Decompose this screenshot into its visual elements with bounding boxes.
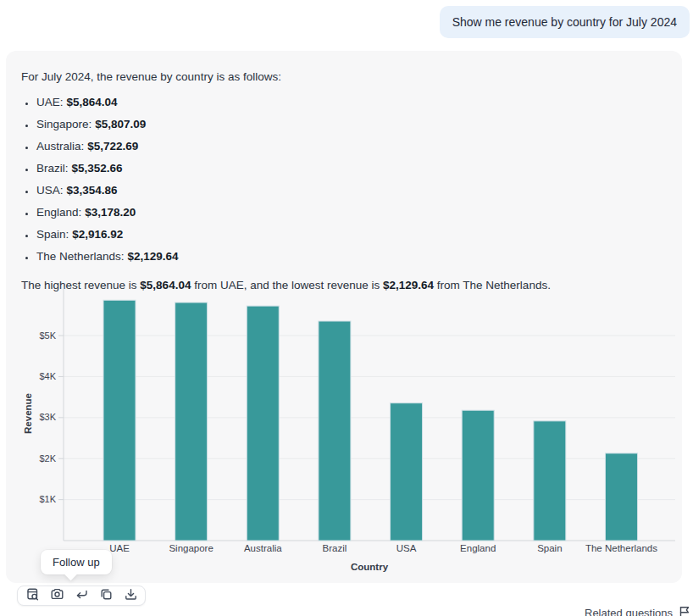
list-item: The Netherlands:$2,129.64	[36, 248, 673, 265]
x-tick-label: Brazil	[323, 543, 347, 553]
revenue-value: $5,722.69	[87, 140, 138, 153]
revenue-value: $5,864.04	[67, 96, 118, 108]
user-message-bubble: Show me revenue by country for July 2024	[440, 6, 690, 38]
list-item: Spain:$2,916.92	[36, 226, 673, 243]
country-label: Spain:	[36, 228, 69, 241]
country-label: Brazil:	[36, 162, 69, 175]
bar-USA[interactable]	[391, 403, 423, 541]
revenue-value: $2,916.92	[72, 228, 123, 241]
y-tick-label: $4K	[39, 371, 56, 381]
y-tick-label: $2K	[39, 453, 56, 463]
answer-toolbar	[17, 585, 146, 606]
revenue-bar-chart: $1K$2K$3K$4K$5KUAESingaporeAustraliaBraz…	[21, 284, 682, 579]
download-icon	[124, 587, 138, 604]
bar-The Netherlands[interactable]	[605, 453, 637, 541]
user-message-text: Show me revenue by country for July 2024	[452, 15, 677, 29]
follow-up-tooltip: Follow up	[41, 550, 112, 574]
y-tick-label: $3K	[39, 412, 56, 422]
x-tick-label: Singapore	[169, 543, 213, 553]
camera-button[interactable]	[48, 587, 65, 604]
related-questions-button[interactable]: Related questions	[585, 606, 690, 616]
country-label: USA:	[36, 184, 64, 197]
y-tick-label: $5K	[39, 330, 56, 341]
download-button[interactable]	[122, 587, 139, 604]
country-label: Australia:	[36, 140, 84, 153]
revenue-value: $2,129.64	[128, 250, 179, 263]
bar-Australia[interactable]	[247, 306, 279, 541]
country-label: England:	[36, 206, 81, 219]
revenue-value: $5,807.09	[95, 118, 146, 130]
bar-UAE[interactable]	[103, 300, 136, 541]
revenue-value: $3,178.20	[85, 206, 136, 219]
list-item: Brazil:$5,352.66	[36, 160, 673, 177]
bar-Singapore[interactable]	[175, 302, 208, 541]
y-tick-label: $1K	[39, 494, 56, 504]
x-tick-label: Spain	[537, 543, 562, 553]
list-item: USA:$3,354.86	[36, 182, 673, 199]
x-tick-label: The Netherlands	[585, 543, 657, 553]
view-data-button[interactable]	[24, 587, 41, 604]
view-data-icon	[25, 587, 40, 604]
list-item: England:$3,178.20	[36, 204, 673, 221]
bar-Spain[interactable]	[534, 421, 566, 541]
y-axis-title: Revenue	[23, 393, 33, 434]
camera-icon	[50, 587, 64, 604]
list-item: Australia:$5,722.69	[36, 138, 673, 155]
bar-England[interactable]	[462, 410, 494, 541]
x-tick-label: England	[460, 543, 496, 553]
revenue-value: $5,352.66	[72, 162, 123, 175]
x-tick-label: UAE	[109, 543, 130, 553]
follow-up-button[interactable]	[73, 587, 90, 604]
x-tick-label: USA	[396, 543, 417, 553]
revenue-value: $3,354.86	[67, 184, 118, 197]
follow-up-tooltip-label: Follow up	[53, 556, 100, 569]
list-item: UAE:$5,864.04	[36, 94, 673, 111]
country-label: UAE:	[36, 96, 64, 108]
country-label: The Netherlands:	[36, 250, 125, 263]
answer-intro: For July 2024, the revenue by country is…	[21, 69, 673, 86]
country-label: Singapore:	[36, 118, 91, 130]
x-axis-title: Country	[351, 562, 389, 572]
related-questions-label: Related questions	[585, 607, 673, 616]
copy-icon	[99, 587, 114, 604]
list-item: Singapore:$5,807.09	[36, 116, 673, 133]
x-tick-label: Australia	[244, 543, 282, 553]
revenue-list: UAE:$5,864.04 Singapore:$5,807.09 Austra…	[21, 94, 673, 265]
related-questions-icon	[679, 606, 690, 616]
bar-Brazil[interactable]	[319, 321, 351, 541]
answer-card: For July 2024, the revenue by country is…	[6, 51, 682, 583]
copy-button[interactable]	[97, 587, 114, 604]
follow-up-return-icon	[75, 587, 89, 604]
